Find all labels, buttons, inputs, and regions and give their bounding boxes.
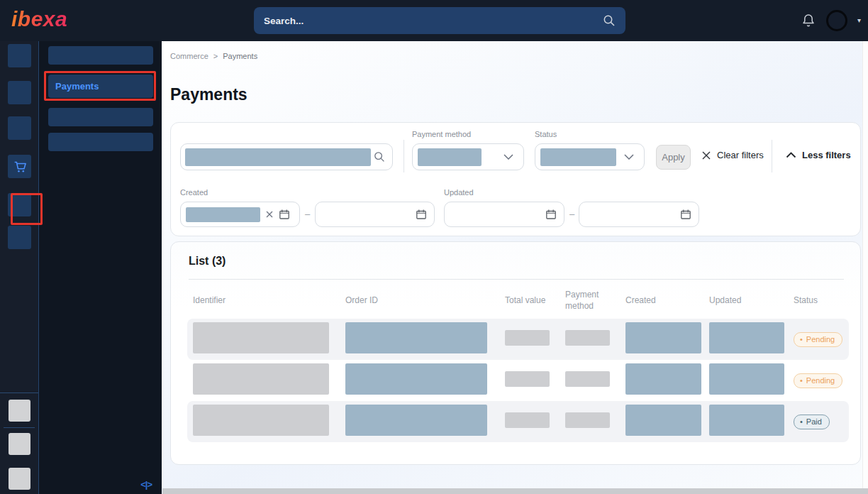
vertical-scrollbar[interactable] (862, 41, 868, 494)
nav-item-3[interactable] (8, 116, 31, 140)
placeholder-block (565, 371, 610, 387)
placeholder-block (505, 412, 550, 428)
filters-panel: Payment method Status Apply (170, 122, 861, 236)
screen: ibexa ▾ (0, 0, 868, 494)
updated-from-date-input[interactable] (444, 202, 564, 227)
chevron-up-icon (786, 152, 796, 158)
global-search[interactable] (254, 7, 625, 34)
col-order-id: Order ID (340, 295, 499, 307)
apply-button[interactable]: Apply (656, 145, 691, 170)
payment-method-label: Payment method (412, 130, 471, 138)
placeholder-block (185, 148, 371, 166)
payment-method-select[interactable] (412, 143, 524, 170)
clear-date-icon[interactable] (266, 211, 273, 218)
placeholder-block (709, 405, 784, 436)
nav-item-2[interactable] (8, 81, 31, 104)
sidebar-divider (0, 393, 38, 393)
primary-sidebar (0, 41, 38, 494)
table-row[interactable]: Pending (187, 360, 849, 401)
breadcrumb-payments: Payments (223, 52, 257, 60)
placeholder-block (505, 330, 550, 346)
submenu-item-payments[interactable]: Payments (48, 75, 153, 98)
placeholder-block (565, 330, 610, 346)
calendar-icon[interactable] (416, 209, 427, 220)
list-divider (189, 279, 844, 280)
placeholder-block (625, 405, 701, 436)
user-menu-caret-icon[interactable]: ▾ (857, 17, 861, 24)
col-created: Created (620, 295, 703, 307)
breadcrumb: Commerce > Payments (170, 52, 257, 60)
placeholder-block (418, 148, 482, 166)
notifications-bell-icon[interactable] (801, 12, 816, 29)
search-icon[interactable] (603, 14, 616, 27)
status-label: Status (535, 130, 557, 138)
bottom-nav-item-2[interactable] (9, 433, 30, 455)
filter-divider (404, 140, 404, 172)
nav-item-commerce[interactable] (8, 155, 31, 178)
placeholder-block (345, 405, 487, 436)
ibexa-logo[interactable]: ibexa (11, 7, 67, 31)
top-bar: ibexa ▾ (0, 0, 868, 41)
range-dash: – (305, 209, 310, 219)
chevron-down-icon (624, 154, 634, 160)
table-row[interactable]: Pending (187, 319, 849, 360)
sidebar-collapse-icon[interactable]: <|> (140, 479, 152, 490)
sidebar-divider-2 (4, 427, 35, 428)
calendar-icon[interactable] (680, 209, 691, 220)
search-input[interactable] (264, 16, 603, 26)
filter-search-icon[interactable] (374, 151, 385, 163)
nav-item-6[interactable] (8, 226, 31, 249)
placeholder-block (505, 371, 550, 387)
table-row[interactable]: Paid (187, 401, 849, 442)
col-status: Status (788, 295, 844, 307)
col-identifier: Identifier (187, 295, 340, 307)
horizontal-scrollbar[interactable] (162, 488, 868, 494)
main-content: Commerce > Payments Payments Payment met… (162, 41, 868, 494)
filter-divider-2 (772, 140, 772, 172)
status-badge: Pending (794, 373, 842, 388)
calendar-icon[interactable] (545, 209, 557, 220)
placeholder-block (625, 322, 701, 353)
bottom-nav-item-3[interactable] (9, 468, 30, 490)
submenu-item-label: Payments (55, 81, 99, 92)
status-select[interactable] (535, 143, 645, 170)
nav-item-5[interactable] (8, 193, 31, 216)
col-payment-method: Payment method (560, 290, 609, 312)
placeholder-block (193, 322, 329, 353)
clear-icon (701, 150, 711, 160)
breadcrumb-commerce[interactable]: Commerce (170, 52, 208, 60)
placeholder-block (709, 363, 784, 395)
bottom-nav-item-1[interactable] (9, 400, 30, 422)
clear-filters-button[interactable]: Clear filters (701, 150, 764, 160)
range-dash-2: – (569, 209, 574, 219)
payments-list-panel: List (3) Identifier Order ID Total value… (170, 241, 861, 465)
user-avatar[interactable] (826, 10, 847, 31)
placeholder-block (193, 405, 329, 436)
placeholder-block (186, 207, 260, 222)
calendar-icon[interactable] (279, 209, 290, 220)
less-filters-label: Less filters (802, 150, 851, 160)
status-badge: Paid (794, 415, 830, 429)
placeholder-block (540, 148, 616, 166)
nav-item-1[interactable] (8, 44, 31, 67)
placeholder-block (565, 412, 610, 428)
status-badge: Pending (794, 332, 842, 347)
submenu-item-4[interactable] (48, 133, 153, 151)
updated-to-date-input[interactable] (579, 202, 699, 227)
clear-filters-label: Clear filters (717, 150, 764, 160)
filter-search-input[interactable] (180, 143, 393, 170)
col-updated: Updated (703, 295, 788, 307)
less-filters-button[interactable]: Less filters (786, 150, 851, 160)
placeholder-block (193, 363, 329, 395)
breadcrumb-separator: > (213, 52, 218, 60)
submenu-item-3[interactable] (48, 108, 153, 126)
created-label: Created (180, 188, 208, 197)
page-title: Payments (170, 85, 247, 104)
placeholder-block (345, 322, 487, 353)
placeholder-block (345, 363, 487, 395)
submenu-item-1[interactable] (48, 46, 153, 65)
shopping-cart-icon (12, 159, 28, 175)
updated-label: Updated (444, 188, 474, 197)
created-to-date-input[interactable] (315, 202, 435, 227)
created-from-date-input[interactable] (180, 202, 300, 227)
